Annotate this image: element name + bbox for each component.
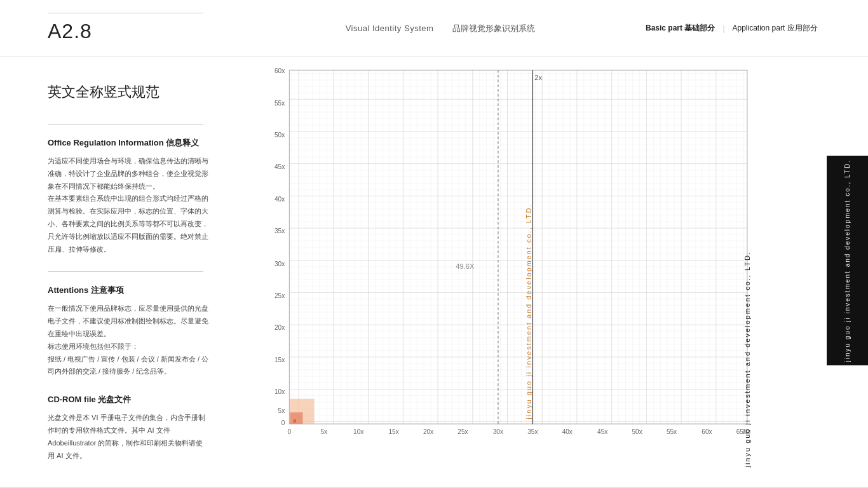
right-white-text: jinyu guo ji investment and development …: [743, 251, 751, 468]
svg-text:20x: 20x: [423, 428, 434, 435]
office-section: Office Regulation Information 信息释义 为适应不同…: [48, 137, 210, 255]
svg-text:25x: 25x: [458, 428, 468, 435]
header-top-divider: [48, 13, 203, 13]
attentions-title: Attentions 注意事项: [48, 285, 210, 296]
svg-text:10x: 10x: [353, 428, 364, 435]
svg-text:25x: 25x: [275, 292, 285, 299]
svg-text:0: 0: [288, 428, 292, 435]
svg-text:15x: 15x: [275, 356, 285, 363]
svg-text:jinyu guo ji investment and de: jinyu guo ji investment and development …: [526, 203, 533, 419]
svg-text:55x: 55x: [275, 100, 285, 107]
right-text-white: jinyu guo ji investment and development …: [709, 254, 785, 464]
cdrom-body: 光盘文件是本 VI 手册电子文件的集合，内含手册制作时的专用软件格式文件。其中 …: [48, 412, 210, 462]
svg-text:55x: 55x: [667, 428, 677, 435]
svg-text:50x: 50x: [632, 428, 642, 435]
svg-text:45x: 45x: [597, 428, 608, 435]
svg-text:15x: 15x: [388, 428, 399, 435]
office-body: 为适应不同使用场合与环境，确保信息传达的清晰与准确，特设计了企业品牌的多种组合，…: [48, 155, 210, 255]
office-title: Office Regulation Information 信息释义: [48, 137, 210, 149]
header-center: Visual Identity System 品牌视觉形象识别系统: [235, 23, 646, 34]
section-title: 英文全称竖式规范: [48, 83, 210, 102]
section-divider-1: [48, 124, 203, 125]
nav-application: Application part 应用部分: [733, 23, 818, 34]
svg-text:10x: 10x: [275, 388, 285, 395]
svg-text:45x: 45x: [275, 163, 285, 170]
header-right: Basic part 基础部分 | Application part 应用部分: [646, 23, 868, 34]
svg-text:50x: 50x: [275, 132, 285, 139]
section-divider-2: [48, 271, 203, 272]
svg-text:49.6X: 49.6X: [456, 262, 474, 270]
page-number: A2.8: [48, 20, 235, 43]
header-left: A2.8: [0, 13, 235, 43]
svg-text:35x: 35x: [275, 227, 285, 234]
svg-text:5x: 5x: [320, 428, 327, 435]
vis-cn: 品牌视觉形象识别系统: [452, 23, 535, 34]
left-panel: 英文全称竖式规范 Office Regulation Information 信…: [0, 57, 235, 488]
attentions-body: 在一般情况下使用品牌标志，应尽量使用提供的光盘电子文件，不建议使用标准制图绘制标…: [48, 302, 210, 378]
svg-text:5x: 5x: [278, 407, 285, 414]
svg-text:35x: 35x: [527, 428, 538, 435]
svg-rect-1: [289, 70, 747, 424]
right-black-text: jinyu guo ji investment and development …: [844, 159, 851, 362]
svg-text:40x: 40x: [275, 196, 285, 203]
svg-text:0: 0: [281, 419, 285, 426]
cdrom-title: CD-ROM file 光盘文件: [48, 394, 210, 405]
chart-svg: 60x 55x 50x 45x 40x 35x 30x 25x 20x 15x …: [264, 67, 750, 453]
svg-text:60x: 60x: [275, 67, 285, 74]
svg-text:2x: 2x: [534, 74, 542, 81]
svg-text:30x: 30x: [493, 428, 504, 435]
chart-container: 60x 55x 50x 45x 40x 35x 30x 25x 20x 15x …: [264, 67, 750, 453]
svg-text:20x: 20x: [275, 324, 285, 331]
nav-basic: Basic part 基础部分: [646, 23, 715, 34]
svg-text:40x: 40x: [562, 428, 573, 435]
vis-title: Visual Identity System: [346, 24, 434, 33]
right-text-black: jinyu guo ji investment and development …: [827, 156, 868, 365]
attentions-section: Attentions 注意事项 在一般情况下使用品牌标志，应尽量使用提供的光盘电…: [48, 285, 210, 378]
svg-text:30x: 30x: [275, 260, 285, 267]
header: A2.8 Visual Identity System 品牌视觉形象识别系统 B…: [0, 0, 868, 57]
svg-text:x: x: [293, 417, 297, 424]
cdrom-section: CD-ROM file 光盘文件 光盘文件是本 VI 手册电子文件的集合，内含手…: [48, 394, 210, 462]
